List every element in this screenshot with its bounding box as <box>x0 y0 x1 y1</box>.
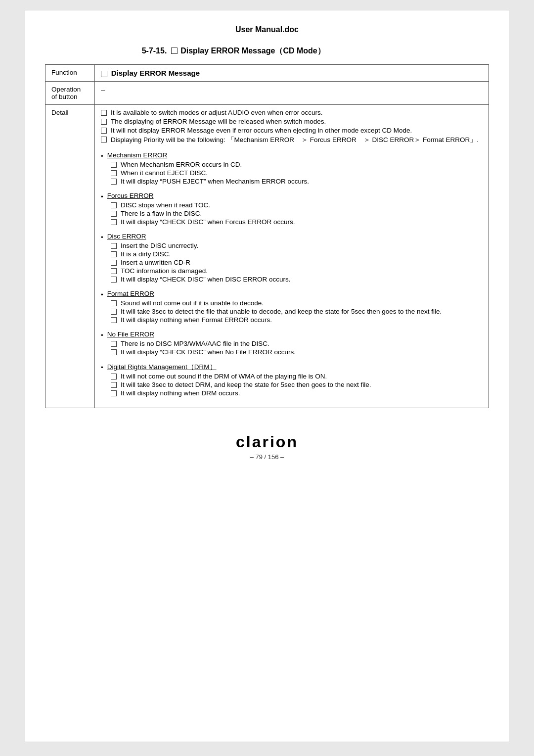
detail-section-nofile: • No File ERROR There is no DISC MP3/WMA… <box>101 331 483 356</box>
sub-item: There is a flaw in the DISC. <box>111 210 483 217</box>
detail-bullet-forcus: • Forcus ERROR <box>101 192 483 200</box>
sub-checkbox <box>111 243 117 249</box>
sub-checkbox <box>111 309 117 315</box>
page-number: – 79 / 156 – <box>45 453 489 461</box>
clarion-logo: clarion <box>45 433 489 451</box>
top-bullet-item: It is available to switch modes or adjus… <box>101 109 483 116</box>
sub-item: Sound will not come out if it is unable … <box>111 299 483 307</box>
detail-bullet-format: • Format ERROR <box>101 290 483 298</box>
top-bullets: It is available to switch modes or adjus… <box>101 109 483 144</box>
detail-section-disc: • Disc ERROR Insert the DISC uncrrectly.… <box>101 233 483 283</box>
sub-text: It will display “CHECK DISC” when Forcus… <box>121 218 295 226</box>
disc-header: Disc ERROR <box>107 233 146 240</box>
detail-bullet-nofile: • No File ERROR <box>101 331 483 339</box>
sub-checkbox <box>111 251 117 257</box>
sub-item: It will display “CHECK DISC” when DISC E… <box>111 276 483 283</box>
function-row: Function Display ERROR Message <box>45 65 489 82</box>
sub-text: It will display nothing when DRM occurs. <box>121 389 240 397</box>
function-checkbox <box>101 71 107 77</box>
forcus-header: Forcus ERROR <box>107 192 154 199</box>
sub-text: Insert a unwritten CD-R <box>121 259 190 266</box>
detail-section-mechanism: • Mechanism ERROR When Mechanism ERROR o… <box>101 151 483 185</box>
sub-item: It will not come out sound if the DRM of… <box>111 373 483 380</box>
top-bullet-text-2: The displaying of ERROR Message will be … <box>111 118 326 125</box>
sub-item: It will take 3sec to detect DRM, and kee… <box>111 381 483 388</box>
sub-item: There is no DISC MP3/WMA/AAC file in the… <box>111 340 483 347</box>
bullet-dot: • <box>101 234 103 241</box>
detail-bullet-mechanism: • Mechanism ERROR <box>101 151 483 160</box>
sub-checkbox <box>111 179 117 185</box>
sub-item: It will display nothing when Format ERRO… <box>111 316 483 324</box>
sub-text: When it cannot EJECT DISC. <box>121 169 208 177</box>
sub-text: Sound will not come out if it is unable … <box>121 299 264 307</box>
main-table: Function Display ERROR Message Operation… <box>45 64 489 408</box>
top-bullet-text-1: It is available to switch modes or adjus… <box>111 109 322 116</box>
function-label: Function <box>45 65 95 82</box>
mechanism-header: Mechanism ERROR <box>107 151 168 159</box>
sub-item: Insert the DISC uncrrectly. <box>111 242 483 249</box>
sub-checkbox <box>111 374 117 379</box>
bullet-dot: • <box>101 152 103 160</box>
sub-item: It will display “CHECK DISC” when Forcus… <box>111 218 483 226</box>
sub-text: It will take 3sec to detect the file tha… <box>121 308 442 315</box>
sub-checkbox <box>111 211 117 217</box>
sub-item: It will display nothing when DRM occurs. <box>111 389 483 397</box>
sub-text: It will display “PUSH EJECT” when Mechan… <box>121 178 309 185</box>
format-header: Format ERROR <box>107 290 154 297</box>
sub-item: It will take 3sec to detect the file tha… <box>111 308 483 315</box>
sub-text: There is no DISC MP3/WMA/AAC file in the… <box>121 340 269 347</box>
sub-text: DISC stops when it read TOC. <box>121 201 210 209</box>
sub-text: It will display nothing when Format ERRO… <box>121 316 272 324</box>
sub-checkbox <box>111 170 117 176</box>
operation-label: Operation of button <box>45 82 95 105</box>
top-bullet-text-4: Displaying Priority will be the followin… <box>111 136 479 144</box>
bullet-dot: • <box>101 331 103 339</box>
sub-item: Insert a unwritten CD-R <box>111 259 483 266</box>
sub-item: TOC information is damaged. <box>111 267 483 275</box>
detail-bullet-drm: • Digital Rights Management（DRM） <box>101 363 483 372</box>
top-bullet-checkbox-1 <box>101 110 107 116</box>
sub-text: TOC information is damaged. <box>121 267 208 275</box>
sub-checkbox <box>111 202 117 208</box>
sub-item: It is a dirty DISC. <box>111 250 483 258</box>
detail-section-forcus: • Forcus ERROR DISC stops when it read T… <box>101 192 483 226</box>
sub-text: It will display “CHECK DISC” when DISC E… <box>121 276 291 283</box>
bullet-dot: • <box>101 193 103 200</box>
section-heading: Display ERROR Message 5-7-15. Display ER… <box>45 46 489 56</box>
sub-text: It will display “CHECK DISC” when No Fil… <box>121 348 296 356</box>
bullet-dot: • <box>101 364 103 371</box>
sub-checkbox <box>111 277 117 283</box>
sub-checkbox <box>111 162 117 168</box>
top-bullet-text-3: It will not display ERROR Message even i… <box>111 127 412 134</box>
function-content: Display ERROR Message <box>95 65 489 82</box>
sub-text: It will not come out sound if the DRM of… <box>121 373 327 380</box>
detail-section-drm: • Digital Rights Management（DRM） It will… <box>101 363 483 397</box>
sub-checkbox <box>111 390 117 396</box>
operation-content: – <box>95 82 489 105</box>
top-bullet-item: It will not display ERROR Message even i… <box>101 127 483 134</box>
sub-checkbox <box>111 382 117 388</box>
sub-text: When Mechanism ERROR occurs in CD. <box>121 161 242 168</box>
sub-item: It will display “CHECK DISC” when No Fil… <box>111 348 483 356</box>
sub-item: It will display “PUSH EJECT” when Mechan… <box>111 178 483 185</box>
footer: clarion – 79 / 156 – <box>45 428 489 461</box>
bullet-dot: • <box>101 291 103 298</box>
nofile-header: No File ERROR <box>107 331 154 338</box>
sub-text: It will take 3sec to detect DRM, and kee… <box>121 381 371 388</box>
detail-bullet-disc: • Disc ERROR <box>101 233 483 241</box>
detail-section-format: • Format ERROR Sound will not come out i… <box>101 290 483 324</box>
top-bullet-checkbox-4 <box>101 137 107 142</box>
sub-checkbox <box>111 341 117 347</box>
sub-checkbox <box>111 260 117 266</box>
detail-label: Detail <box>45 105 95 408</box>
operation-row: Operation of button – <box>45 82 489 105</box>
top-bullet-checkbox-2 <box>101 119 107 125</box>
sub-item: DISC stops when it read TOC. <box>111 201 483 209</box>
function-title: Display ERROR Message <box>111 69 200 77</box>
sub-text: It is a dirty DISC. <box>121 250 171 258</box>
sub-checkbox <box>111 317 117 323</box>
sub-item: When Mechanism ERROR occurs in CD. <box>111 161 483 168</box>
sub-text: There is a flaw in the DISC. <box>121 210 202 217</box>
sub-checkbox <box>111 219 117 225</box>
top-bullet-item: Displaying Priority will be the followin… <box>101 136 483 144</box>
